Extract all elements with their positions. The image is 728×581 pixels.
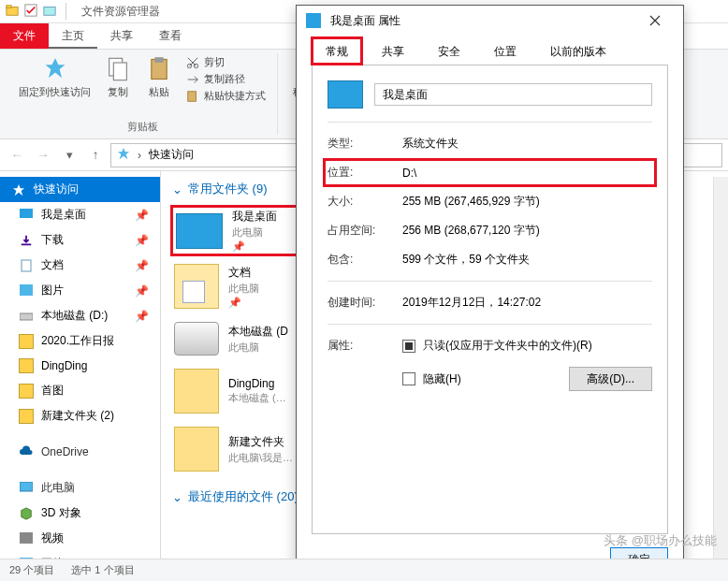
nav-tree[interactable]: 快速访问 我是桌面📌 下载📌 文档📌 图片📌 本地磁盘 (D:)📌 2020.工… <box>0 171 161 559</box>
video-icon <box>19 531 34 546</box>
sidebar-item-downloads[interactable]: 下载📌 <box>0 227 160 253</box>
tab-share[interactable]: 共享 <box>97 23 146 49</box>
cut-button[interactable]: 剪切 <box>186 55 225 69</box>
paste-icon <box>145 55 173 83</box>
recent-locations-button[interactable]: ▾ <box>58 144 80 167</box>
advanced-button[interactable]: 高级(D)... <box>569 367 652 391</box>
close-button[interactable] <box>636 7 674 34</box>
breadcrumb-item[interactable]: 快速访问 <box>149 147 194 163</box>
folder-icon <box>19 334 34 349</box>
picture-icon <box>19 283 34 298</box>
copy-path-button[interactable]: 复制路径 <box>186 72 245 86</box>
dialog-titlebar[interactable]: 我是桌面 属性 <box>297 6 683 36</box>
cube-icon <box>19 506 34 521</box>
chevron-down-icon: ⌄ <box>172 182 182 196</box>
status-selected: 选中 1 个项目 <box>71 563 134 577</box>
chevron-down-icon: ⌄ <box>172 490 182 504</box>
folder-icon <box>174 369 219 414</box>
sidebar-item-new-folder[interactable]: 新建文件夹 (2) <box>0 403 160 428</box>
sidebar-item-desktop[interactable]: 我是桌面📌 <box>0 202 160 227</box>
sidebar-item-3d-objects[interactable]: 3D 对象 <box>0 501 160 526</box>
checkbox-icon[interactable] <box>24 4 37 20</box>
checkbox-icon <box>402 340 415 353</box>
disk-icon <box>174 322 219 356</box>
star-icon <box>11 182 26 197</box>
svg-rect-15 <box>20 313 33 320</box>
value-created: 2019年12月12日，14:27:02 <box>402 295 541 311</box>
watermark: 头条 @职场办么技能 <box>604 532 717 549</box>
svg-rect-16 <box>20 482 33 491</box>
desktop-icon <box>328 80 363 109</box>
window-title: 文件资源管理器 <box>81 4 160 20</box>
cloud-icon <box>19 444 34 459</box>
paste-button[interactable]: 粘贴 <box>145 55 173 99</box>
pin-icon <box>41 55 69 83</box>
desktop-icon <box>19 208 34 223</box>
star-icon <box>117 147 130 163</box>
dlg-tab-previous[interactable]: 以前的版本 <box>536 37 620 65</box>
tab-file[interactable]: 文件 <box>0 23 49 49</box>
copy-icon <box>104 55 132 83</box>
sidebar-item-dingding[interactable]: DingDing <box>0 354 160 378</box>
sidebar-item-videos[interactable]: 视频 <box>0 526 160 551</box>
sidebar-item-disk-d[interactable]: 本地磁盘 (D:)📌 <box>0 303 160 328</box>
value-type: 系统文件夹 <box>402 136 459 152</box>
dlg-tab-security[interactable]: 安全 <box>424 37 474 65</box>
forward-button[interactable]: → <box>32 144 54 167</box>
folder-icon <box>19 384 34 399</box>
svg-rect-13 <box>22 260 31 271</box>
pin-icon: 📌 <box>135 234 149 247</box>
svg-rect-1 <box>7 5 11 7</box>
scrollbar[interactable] <box>713 177 728 559</box>
dlg-tab-location[interactable]: 位置 <box>480 37 531 65</box>
sidebar-item-quick-access[interactable]: 快速访问 <box>0 177 160 202</box>
folder-icon <box>19 409 34 424</box>
tab-view[interactable]: 查看 <box>146 23 195 49</box>
explorer-icon <box>6 4 19 20</box>
chevron-right-icon: › <box>138 149 141 162</box>
back-button[interactable]: ← <box>6 144 28 167</box>
pin-icon: 📌 <box>135 284 149 298</box>
label-size-on-disk: 占用空间: <box>328 223 391 239</box>
desktop-icon <box>176 213 223 249</box>
status-bar: 29 个项目 选中 1 个项目 <box>0 559 728 581</box>
hidden-checkbox[interactable]: 隐藏(H) <box>402 371 561 387</box>
documents-icon <box>174 264 219 309</box>
sidebar-item-documents[interactable]: 文档📌 <box>0 253 160 278</box>
label-created: 创建时间: <box>328 295 391 311</box>
sidebar-item-this-pc[interactable]: 此电脑 <box>0 475 160 501</box>
folder-name-input[interactable] <box>374 83 652 106</box>
divider <box>66 3 66 20</box>
sidebar-item-onedrive[interactable]: OneDrive <box>0 440 160 464</box>
dlg-tab-share[interactable]: 共享 <box>368 37 418 65</box>
svg-rect-12 <box>20 209 33 218</box>
value-size: 255 MB (267,465,929 字节) <box>402 194 540 210</box>
checkbox-icon <box>402 372 415 385</box>
sidebar-item-home-folder[interactable]: 首图 <box>0 378 160 403</box>
pin-to-quick-access-button[interactable]: 固定到快速访问 <box>19 55 91 99</box>
dlg-tab-general[interactable]: 常规 <box>312 37 362 65</box>
paste-shortcut-button[interactable]: 粘贴快捷方式 <box>186 89 266 103</box>
label-location: 位置: <box>328 165 391 181</box>
label-type: 类型: <box>328 136 391 152</box>
value-location: D:\ <box>402 167 416 180</box>
folder-icon <box>174 427 219 472</box>
value-size-on-disk: 256 MB (268,677,120 字节) <box>402 223 540 239</box>
sidebar-item-pictures[interactable]: 图片📌 <box>0 278 160 303</box>
copy-button[interactable]: 复制 <box>104 55 132 99</box>
pin-icon: 📌 <box>232 240 277 253</box>
label-size: 大小: <box>328 194 391 210</box>
svg-rect-3 <box>44 7 55 15</box>
up-button[interactable]: ↑ <box>84 144 107 167</box>
properties-dialog: 我是桌面 属性 常规 共享 安全 位置 以前的版本 类型:系统文件夹 位置:D:… <box>296 5 684 566</box>
label-attributes: 属性: <box>328 338 391 354</box>
readonly-checkbox[interactable]: 只读(仅应用于文件夹中的文件)(R) <box>402 338 652 354</box>
sidebar-item-pictures-2[interactable]: 图片 <box>0 551 160 559</box>
folder-small-icon[interactable] <box>43 4 56 20</box>
pin-icon: 📌 <box>228 297 259 309</box>
ribbon-group-clipboard-label: 剪贴板 <box>127 120 158 134</box>
tab-home[interactable]: 主页 <box>49 23 97 49</box>
folder-icon <box>19 358 34 373</box>
desktop-icon <box>306 13 321 28</box>
sidebar-item-work-report[interactable]: 2020.工作日报 <box>0 328 160 354</box>
